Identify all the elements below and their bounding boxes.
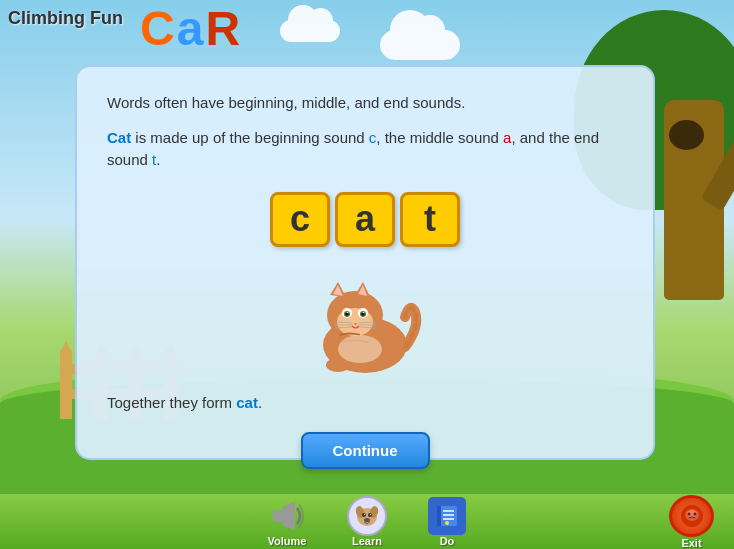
together-text: Together they form cat. [107, 392, 623, 415]
svg-point-24 [338, 335, 382, 363]
dog-svg [353, 502, 381, 530]
svg-point-44 [687, 512, 690, 515]
explanation-part1: is made up of the beginning sound [131, 129, 369, 146]
svg-point-34 [364, 518, 370, 522]
game-title: Climbing Fun [8, 8, 123, 28]
volume-icon [267, 497, 307, 535]
svg-point-40 [445, 521, 449, 525]
continue-button[interactable]: Continue [301, 432, 430, 469]
svg-point-32 [364, 513, 365, 514]
svg-marker-26 [283, 502, 295, 530]
book-icon [428, 497, 466, 535]
intro-text: Words often have beginning, middle, and … [107, 92, 623, 115]
explanation-text: Cat is made up of the beginning sound c,… [107, 127, 623, 172]
cloud-2 [280, 20, 340, 42]
toolbar-center: Volume [267, 497, 467, 547]
tree-trunk [664, 100, 724, 300]
svg-point-30 [362, 513, 366, 517]
speaker-svg [269, 500, 305, 532]
explanation-part2: , the middle sound [376, 129, 503, 146]
do-button[interactable]: Do [427, 497, 467, 547]
learn-icon [347, 497, 387, 535]
cat-illustration-area [107, 267, 623, 377]
svg-rect-36 [437, 506, 441, 526]
volume-label: Volume [268, 535, 307, 547]
letter-blocks: c a t [107, 192, 623, 247]
cat-svg [300, 267, 430, 377]
svg-point-14 [363, 311, 365, 313]
letter-block-t: t [400, 192, 460, 247]
together-prefix: Together they form [107, 394, 236, 411]
together-word: cat [236, 394, 258, 411]
decor-letter-c: C [140, 5, 175, 53]
letter-block-c: c [270, 192, 330, 247]
together-suffix: . [258, 394, 262, 411]
exit-icon [669, 495, 714, 537]
svg-point-45 [693, 512, 696, 515]
do-icon [427, 497, 467, 535]
exit-button[interactable]: Exit [669, 495, 714, 549]
volume-button[interactable]: Volume [267, 497, 307, 547]
cloud-1 [380, 30, 460, 60]
dog-avatar [347, 496, 387, 536]
svg-rect-25 [273, 510, 283, 522]
period-after-t: . [156, 151, 160, 168]
do-label: Do [440, 535, 455, 547]
content-box: Words often have beginning, middle, and … [75, 65, 655, 460]
title-letters: C a R [140, 5, 240, 53]
highlight-word-cat: Cat [107, 129, 131, 146]
svg-point-22 [326, 358, 350, 372]
svg-point-31 [368, 513, 372, 517]
tree-hole [669, 120, 704, 150]
exit-svg [679, 503, 705, 529]
letter-block-a: a [335, 192, 395, 247]
decor-letter-r: R [205, 5, 240, 53]
svg-point-33 [370, 513, 371, 514]
learn-button[interactable]: Learn [347, 497, 387, 547]
book-svg [434, 503, 460, 529]
decor-letter-a: a [177, 5, 204, 53]
learn-label: Learn [352, 535, 382, 547]
toolbar: Volume [0, 494, 734, 549]
title-area: Climbing Fun [8, 8, 123, 29]
intro-sentence: Words often have beginning, middle, and … [107, 94, 465, 111]
fence-post-1 [60, 349, 72, 419]
toolbar-right: Exit [514, 495, 714, 549]
svg-point-13 [347, 311, 349, 313]
exit-label: Exit [681, 537, 701, 549]
